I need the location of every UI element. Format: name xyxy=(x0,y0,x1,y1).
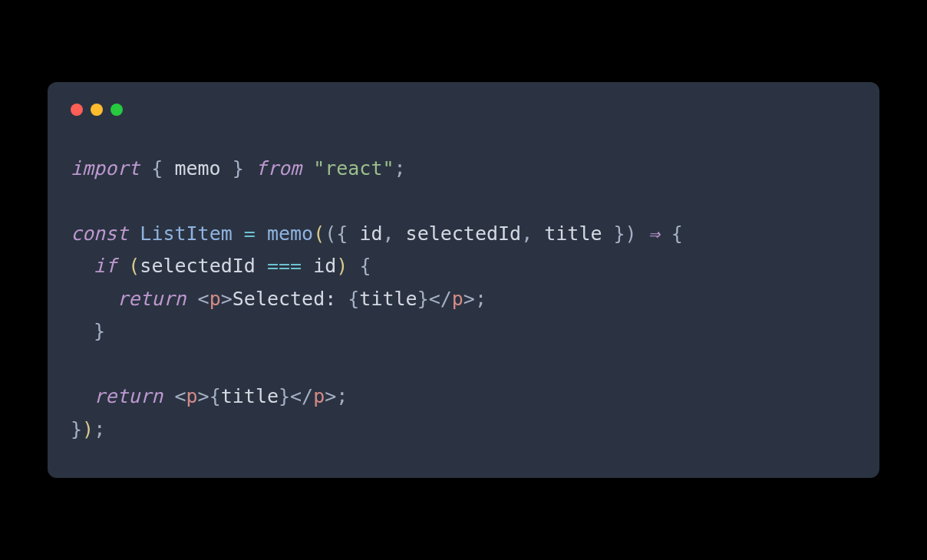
code-line-8: return <p>{title}</p>; xyxy=(71,385,348,407)
code-line-9: }); xyxy=(71,418,105,440)
maximize-icon[interactable] xyxy=(111,104,123,116)
code-window: import { memo } from "react"; const List… xyxy=(48,82,879,479)
code-line-3: const ListItem = memo(({ id, selectedId,… xyxy=(71,222,683,245)
code-line-5: return <p>Selected: {title}</p>; xyxy=(71,288,487,310)
code-line-6: } xyxy=(71,320,105,342)
code-block: import { memo } from "react"; const List… xyxy=(71,153,856,446)
close-icon[interactable] xyxy=(71,104,83,116)
window-controls xyxy=(71,104,856,116)
code-line-4: if (selectedId === id) { xyxy=(71,255,371,277)
minimize-icon[interactable] xyxy=(91,104,103,116)
code-line-1: import { memo } from "react"; xyxy=(71,157,406,180)
